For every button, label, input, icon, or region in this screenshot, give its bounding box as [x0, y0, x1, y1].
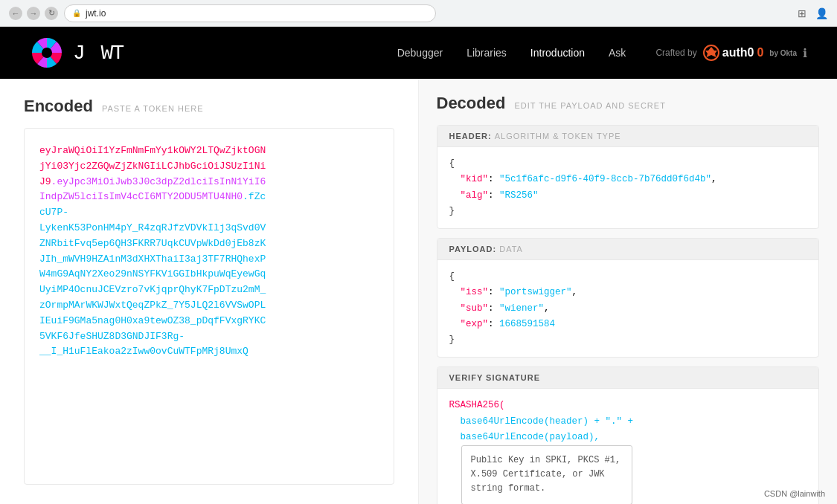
verify-line1: base64UrlEncode(header) + "." + — [461, 416, 634, 427]
logo: J WT — [30, 36, 123, 70]
svg-point-1 — [42, 48, 52, 58]
nav-introduction[interactable]: Introduction — [530, 47, 585, 59]
decoded-title-text: Decoded — [437, 94, 506, 113]
lock-icon: 🔒 — [72, 9, 81, 17]
exp-val: 1668591584 — [499, 319, 555, 329]
logo-text: J WT — [73, 42, 123, 65]
sub-val: "wiener" — [499, 303, 544, 314]
header-sublabel: ALGORITHM & TOKEN TYPE — [495, 132, 621, 140]
logo-icon — [30, 36, 64, 70]
header-section: HEADER: ALGORITHM & TOKEN TYPE { "kid": … — [437, 125, 820, 229]
open-brace-2: { — [449, 271, 455, 282]
alg-val: "RS256" — [499, 190, 539, 201]
url-bar[interactable]: 🔒 jwt.io — [64, 4, 436, 22]
back-button[interactable]: ← — [9, 7, 22, 20]
verify-label: VERIFY SIGNATURE — [449, 373, 541, 382]
token-part3: .fZccU7P-LykenK53PonHM4pY_R4zqRJfzVDVkIl… — [39, 191, 266, 357]
url-text: jwt.io — [86, 8, 106, 19]
info-icon[interactable]: ℹ — [803, 46, 807, 60]
public-key-input[interactable]: Public Key in SPKI, PKCS #1, X.509 Certi… — [461, 445, 632, 504]
kid-key: "kid" — [461, 174, 489, 184]
extensions-icon[interactable]: ⊞ — [795, 7, 809, 20]
decoded-title: Decoded EDIT THE PAYLOAD AND SECRET — [437, 94, 820, 113]
alg-key: "alg" — [461, 190, 489, 201]
sub-key: "sub" — [461, 303, 489, 314]
encoded-subtitle: PASTE A TOKEN HERE — [102, 104, 204, 113]
iss-val: "portswigger" — [499, 287, 572, 297]
nav-ask[interactable]: Ask — [609, 47, 626, 59]
token-box[interactable]: eyJraWQiOiI1YzFmNmFmYy1kOWY2LTQwZjktOGNj… — [24, 128, 394, 485]
iss-key: "iss" — [461, 287, 489, 297]
payload-section-header: PAYLOAD: DATA — [437, 239, 819, 260]
verify-section: VERIFY SIGNATURE RSASHA256( base64UrlEnc… — [437, 366, 820, 504]
decoded-subtitle: EDIT THE PAYLOAD AND SECRET — [514, 101, 665, 110]
verify-fn: RSASHA256( — [449, 400, 505, 410]
auth0-text: auth0 — [722, 46, 754, 59]
payload-section-body: { "iss": "portswigger", "sub": "wiener",… — [437, 260, 819, 357]
header-label: HEADER: — [449, 132, 492, 140]
exp-key: "exp" — [461, 319, 489, 329]
auth0-icon — [703, 45, 719, 61]
open-brace-1: { — [449, 158, 455, 169]
payload-section: PAYLOAD: DATA { "iss": "portswigger", "s… — [437, 238, 820, 358]
auth0-logo: auth0 0 by Okta — [703, 45, 797, 61]
payload-sublabel: DATA — [499, 245, 523, 253]
browser-controls: ← → ↻ — [9, 7, 58, 20]
okta-text: by Okta — [769, 49, 797, 57]
nav-debugger[interactable]: Debugger — [397, 47, 443, 59]
refresh-button[interactable]: ↻ — [45, 7, 58, 20]
nav-libraries[interactable]: Libraries — [466, 47, 507, 59]
encoded-title-text: Encoded — [24, 97, 93, 116]
public-key-text: Public Key in SPKI, PKCS #1, X.509 Certi… — [471, 455, 621, 494]
header-section-header: HEADER: ALGORITHM & TOKEN TYPE — [437, 126, 819, 147]
verify-line2: base64UrlEncode(payload), — [461, 432, 600, 442]
encoded-title: Encoded PASTE A TOKEN HERE — [24, 97, 394, 116]
payload-label: PAYLOAD: — [449, 245, 497, 253]
main-content: Encoded PASTE A TOKEN HERE eyJraWQiOiI1Y… — [0, 79, 837, 504]
verify-body: RSASHA256( base64UrlEncode(header) + "."… — [437, 389, 819, 504]
crafted-text: Crafted by — [655, 48, 696, 58]
browser-chrome: ← → ↻ 🔒 jwt.io ⊞ 👤 — [0, 0, 837, 27]
crafted-by: Crafted by auth0 0 by Okta ℹ — [655, 45, 807, 61]
decoded-panel: Decoded EDIT THE PAYLOAD AND SECRET HEAD… — [419, 79, 838, 504]
browser-actions: ⊞ 👤 — [795, 7, 828, 20]
navigation: J WT Debugger Libraries Introduction Ask… — [0, 27, 837, 79]
token-part2: .eyJpc3MiOiJwb3J0c3dpZ2dlciIsInN1YiI6Ind… — [39, 176, 266, 203]
verify-header: VERIFY SIGNATURE — [437, 367, 819, 389]
close-brace-2: } — [449, 335, 455, 345]
forward-button[interactable]: → — [27, 7, 40, 20]
header-section-body: { "kid": "5c1f6afc-d9f6-40f9-8ccb-7b76dd… — [437, 147, 819, 228]
close-brace-1: } — [449, 206, 455, 216]
encoded-panel: Encoded PASTE A TOKEN HERE eyJraWQiOiI1Y… — [0, 79, 419, 504]
auth0-dot: 0 — [757, 46, 763, 59]
kid-val: "5c1f6afc-d9f6-40f9-8ccb-7b76dd0f6d4b" — [499, 174, 711, 184]
profile-icon[interactable]: 👤 — [815, 7, 828, 20]
nav-links: Debugger Libraries Introduction Ask — [397, 47, 626, 59]
watermark: CSDN @lainwith — [764, 489, 825, 498]
